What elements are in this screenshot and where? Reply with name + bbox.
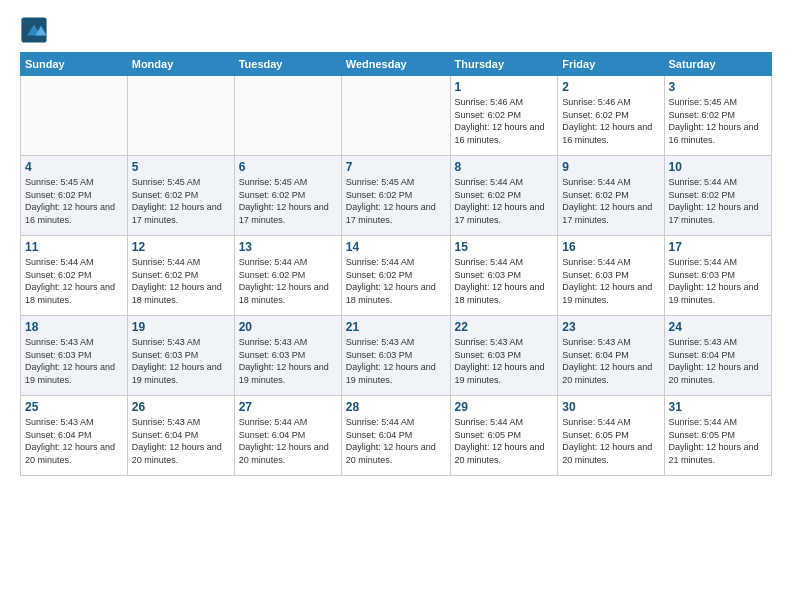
week-row-2: 11Sunrise: 5:44 AM Sunset: 6:02 PM Dayli…	[21, 236, 772, 316]
day-number: 17	[669, 240, 767, 254]
weekday-tuesday: Tuesday	[234, 53, 341, 76]
logo-area	[20, 16, 52, 44]
weekday-saturday: Saturday	[664, 53, 771, 76]
day-info: Sunrise: 5:45 AM Sunset: 6:02 PM Dayligh…	[669, 96, 767, 146]
calendar-cell: 20Sunrise: 5:43 AM Sunset: 6:03 PM Dayli…	[234, 316, 341, 396]
day-info: Sunrise: 5:45 AM Sunset: 6:02 PM Dayligh…	[132, 176, 230, 226]
calendar-cell: 4Sunrise: 5:45 AM Sunset: 6:02 PM Daylig…	[21, 156, 128, 236]
calendar-cell: 11Sunrise: 5:44 AM Sunset: 6:02 PM Dayli…	[21, 236, 128, 316]
day-info: Sunrise: 5:43 AM Sunset: 6:04 PM Dayligh…	[132, 416, 230, 466]
week-row-4: 25Sunrise: 5:43 AM Sunset: 6:04 PM Dayli…	[21, 396, 772, 476]
day-number: 7	[346, 160, 446, 174]
day-number: 29	[455, 400, 554, 414]
calendar-cell: 30Sunrise: 5:44 AM Sunset: 6:05 PM Dayli…	[558, 396, 664, 476]
day-info: Sunrise: 5:44 AM Sunset: 6:02 PM Dayligh…	[239, 256, 337, 306]
day-info: Sunrise: 5:44 AM Sunset: 6:04 PM Dayligh…	[239, 416, 337, 466]
day-number: 1	[455, 80, 554, 94]
header	[20, 16, 772, 44]
day-number: 14	[346, 240, 446, 254]
calendar-cell: 5Sunrise: 5:45 AM Sunset: 6:02 PM Daylig…	[127, 156, 234, 236]
weekday-header-row: SundayMondayTuesdayWednesdayThursdayFrid…	[21, 53, 772, 76]
day-info: Sunrise: 5:44 AM Sunset: 6:02 PM Dayligh…	[346, 256, 446, 306]
weekday-thursday: Thursday	[450, 53, 558, 76]
day-info: Sunrise: 5:44 AM Sunset: 6:03 PM Dayligh…	[455, 256, 554, 306]
calendar-cell: 12Sunrise: 5:44 AM Sunset: 6:02 PM Dayli…	[127, 236, 234, 316]
day-info: Sunrise: 5:43 AM Sunset: 6:04 PM Dayligh…	[562, 336, 659, 386]
logo-icon	[20, 16, 48, 44]
day-info: Sunrise: 5:44 AM Sunset: 6:05 PM Dayligh…	[455, 416, 554, 466]
day-number: 27	[239, 400, 337, 414]
calendar-cell: 13Sunrise: 5:44 AM Sunset: 6:02 PM Dayli…	[234, 236, 341, 316]
day-number: 19	[132, 320, 230, 334]
calendar-cell	[127, 76, 234, 156]
calendar-cell: 24Sunrise: 5:43 AM Sunset: 6:04 PM Dayli…	[664, 316, 771, 396]
day-number: 15	[455, 240, 554, 254]
day-number: 31	[669, 400, 767, 414]
day-info: Sunrise: 5:44 AM Sunset: 6:03 PM Dayligh…	[562, 256, 659, 306]
day-info: Sunrise: 5:44 AM Sunset: 6:05 PM Dayligh…	[562, 416, 659, 466]
calendar-cell: 7Sunrise: 5:45 AM Sunset: 6:02 PM Daylig…	[341, 156, 450, 236]
calendar-cell: 3Sunrise: 5:45 AM Sunset: 6:02 PM Daylig…	[664, 76, 771, 156]
calendar-cell: 26Sunrise: 5:43 AM Sunset: 6:04 PM Dayli…	[127, 396, 234, 476]
day-info: Sunrise: 5:44 AM Sunset: 6:02 PM Dayligh…	[455, 176, 554, 226]
calendar-cell	[234, 76, 341, 156]
calendar-cell: 6Sunrise: 5:45 AM Sunset: 6:02 PM Daylig…	[234, 156, 341, 236]
page: SundayMondayTuesdayWednesdayThursdayFrid…	[0, 0, 792, 492]
day-info: Sunrise: 5:43 AM Sunset: 6:03 PM Dayligh…	[455, 336, 554, 386]
calendar-cell: 21Sunrise: 5:43 AM Sunset: 6:03 PM Dayli…	[341, 316, 450, 396]
week-row-0: 1Sunrise: 5:46 AM Sunset: 6:02 PM Daylig…	[21, 76, 772, 156]
day-number: 22	[455, 320, 554, 334]
day-number: 28	[346, 400, 446, 414]
day-number: 21	[346, 320, 446, 334]
day-info: Sunrise: 5:43 AM Sunset: 6:04 PM Dayligh…	[669, 336, 767, 386]
day-info: Sunrise: 5:44 AM Sunset: 6:02 PM Dayligh…	[132, 256, 230, 306]
day-info: Sunrise: 5:45 AM Sunset: 6:02 PM Dayligh…	[25, 176, 123, 226]
day-number: 20	[239, 320, 337, 334]
day-number: 24	[669, 320, 767, 334]
day-number: 12	[132, 240, 230, 254]
day-number: 23	[562, 320, 659, 334]
calendar: SundayMondayTuesdayWednesdayThursdayFrid…	[20, 52, 772, 476]
day-number: 30	[562, 400, 659, 414]
calendar-cell	[21, 76, 128, 156]
day-info: Sunrise: 5:43 AM Sunset: 6:03 PM Dayligh…	[132, 336, 230, 386]
day-number: 10	[669, 160, 767, 174]
calendar-cell: 14Sunrise: 5:44 AM Sunset: 6:02 PM Dayli…	[341, 236, 450, 316]
calendar-cell: 2Sunrise: 5:46 AM Sunset: 6:02 PM Daylig…	[558, 76, 664, 156]
day-number: 9	[562, 160, 659, 174]
weekday-sunday: Sunday	[21, 53, 128, 76]
week-row-1: 4Sunrise: 5:45 AM Sunset: 6:02 PM Daylig…	[21, 156, 772, 236]
day-number: 11	[25, 240, 123, 254]
day-info: Sunrise: 5:46 AM Sunset: 6:02 PM Dayligh…	[562, 96, 659, 146]
day-number: 6	[239, 160, 337, 174]
calendar-cell: 15Sunrise: 5:44 AM Sunset: 6:03 PM Dayli…	[450, 236, 558, 316]
weekday-wednesday: Wednesday	[341, 53, 450, 76]
day-info: Sunrise: 5:45 AM Sunset: 6:02 PM Dayligh…	[346, 176, 446, 226]
calendar-cell: 18Sunrise: 5:43 AM Sunset: 6:03 PM Dayli…	[21, 316, 128, 396]
day-number: 25	[25, 400, 123, 414]
calendar-cell: 29Sunrise: 5:44 AM Sunset: 6:05 PM Dayli…	[450, 396, 558, 476]
day-number: 2	[562, 80, 659, 94]
day-info: Sunrise: 5:43 AM Sunset: 6:03 PM Dayligh…	[346, 336, 446, 386]
day-info: Sunrise: 5:44 AM Sunset: 6:04 PM Dayligh…	[346, 416, 446, 466]
week-row-3: 18Sunrise: 5:43 AM Sunset: 6:03 PM Dayli…	[21, 316, 772, 396]
calendar-cell: 10Sunrise: 5:44 AM Sunset: 6:02 PM Dayli…	[664, 156, 771, 236]
calendar-cell: 8Sunrise: 5:44 AM Sunset: 6:02 PM Daylig…	[450, 156, 558, 236]
day-number: 26	[132, 400, 230, 414]
calendar-cell: 25Sunrise: 5:43 AM Sunset: 6:04 PM Dayli…	[21, 396, 128, 476]
calendar-cell: 22Sunrise: 5:43 AM Sunset: 6:03 PM Dayli…	[450, 316, 558, 396]
day-number: 18	[25, 320, 123, 334]
day-number: 4	[25, 160, 123, 174]
calendar-cell: 23Sunrise: 5:43 AM Sunset: 6:04 PM Dayli…	[558, 316, 664, 396]
day-info: Sunrise: 5:44 AM Sunset: 6:02 PM Dayligh…	[25, 256, 123, 306]
day-info: Sunrise: 5:43 AM Sunset: 6:04 PM Dayligh…	[25, 416, 123, 466]
calendar-cell: 31Sunrise: 5:44 AM Sunset: 6:05 PM Dayli…	[664, 396, 771, 476]
calendar-cell: 16Sunrise: 5:44 AM Sunset: 6:03 PM Dayli…	[558, 236, 664, 316]
day-number: 16	[562, 240, 659, 254]
calendar-cell: 19Sunrise: 5:43 AM Sunset: 6:03 PM Dayli…	[127, 316, 234, 396]
calendar-cell: 9Sunrise: 5:44 AM Sunset: 6:02 PM Daylig…	[558, 156, 664, 236]
day-info: Sunrise: 5:44 AM Sunset: 6:02 PM Dayligh…	[562, 176, 659, 226]
day-info: Sunrise: 5:44 AM Sunset: 6:03 PM Dayligh…	[669, 256, 767, 306]
day-info: Sunrise: 5:44 AM Sunset: 6:05 PM Dayligh…	[669, 416, 767, 466]
calendar-cell: 1Sunrise: 5:46 AM Sunset: 6:02 PM Daylig…	[450, 76, 558, 156]
